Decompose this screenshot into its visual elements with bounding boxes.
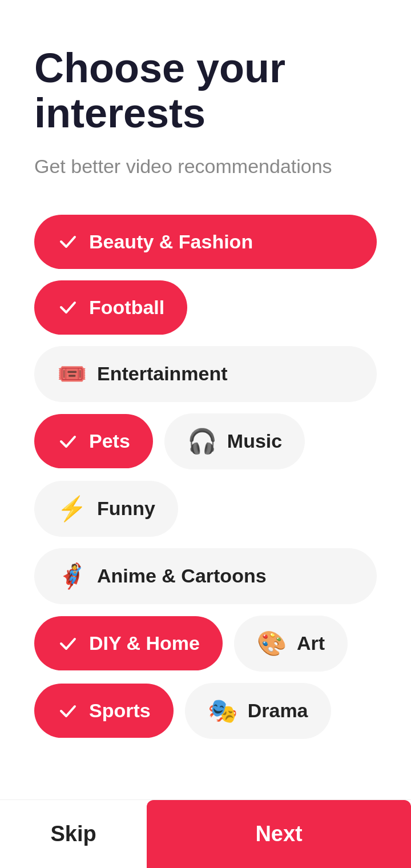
row-funny: ⚡ Funny (34, 481, 377, 537)
emoji-icon-anime: 🦸 (57, 564, 87, 588)
row-sports-drama: Sports 🎭 Drama (34, 683, 377, 739)
row-beauty: Beauty & Fashion (34, 215, 377, 269)
chip-label-anime-cartoons: Anime & Cartoons (97, 565, 267, 587)
chip-art[interactable]: 🎨 Art (234, 616, 348, 672)
next-button[interactable]: Next (147, 800, 411, 868)
check-icon-pets (57, 431, 79, 452)
chip-entertainment[interactable]: 🎟️ Entertainment (34, 346, 377, 402)
chip-sports[interactable]: Sports (34, 684, 174, 738)
row-entertainment: 🎟️ Entertainment (34, 346, 377, 402)
chip-label-drama: Drama (248, 700, 308, 722)
emoji-icon-drama: 🎭 (208, 699, 237, 723)
chip-label-football: Football (89, 296, 164, 319)
chip-anime-cartoons[interactable]: 🦸 Anime & Cartoons (34, 548, 377, 604)
chip-label-music: Music (227, 430, 282, 452)
chip-funny[interactable]: ⚡ Funny (34, 481, 178, 537)
chip-label-pets: Pets (89, 430, 130, 452)
row-diy-art: DIY & Home 🎨 Art (34, 616, 377, 672)
row-football: Football (34, 280, 377, 335)
chip-drama[interactable]: 🎭 Drama (185, 683, 331, 739)
bottom-bar: Skip Next (0, 799, 411, 868)
row-anime: 🦸 Anime & Cartoons (34, 548, 377, 604)
check-icon-diy (57, 633, 79, 654)
chip-music[interactable]: 🎧 Music (164, 413, 305, 469)
chip-label-art: Art (297, 632, 325, 654)
chip-label-beauty-fashion: Beauty & Fashion (89, 231, 253, 253)
check-icon-football (57, 296, 79, 318)
page-subtitle: Get better video recommendations (34, 153, 377, 180)
row-pets-music: Pets 🎧 Music (34, 413, 377, 469)
skip-button[interactable]: Skip (0, 800, 147, 868)
page-container: Choose your interests Get better video r… (0, 0, 411, 830)
interests-grid: Beauty & Fashion Football 🎟️ Entertainme… (34, 215, 377, 739)
chip-label-funny: Funny (97, 497, 155, 520)
chip-beauty-fashion[interactable]: Beauty & Fashion (34, 215, 377, 269)
chip-pets[interactable]: Pets (34, 414, 153, 468)
chip-label-entertainment: Entertainment (97, 363, 228, 385)
emoji-icon-art: 🎨 (257, 632, 287, 656)
check-icon-beauty (57, 231, 79, 252)
chip-diy-home[interactable]: DIY & Home (34, 616, 223, 670)
emoji-icon-music: 🎧 (187, 429, 217, 453)
emoji-icon-entertainment: 🎟️ (57, 362, 87, 386)
chip-football[interactable]: Football (34, 280, 187, 335)
page-title: Choose your interests (34, 46, 377, 136)
chip-label-sports: Sports (89, 700, 151, 722)
emoji-icon-funny: ⚡ (57, 497, 87, 521)
check-icon-sports (57, 700, 79, 722)
chip-label-diy-home: DIY & Home (89, 632, 200, 654)
